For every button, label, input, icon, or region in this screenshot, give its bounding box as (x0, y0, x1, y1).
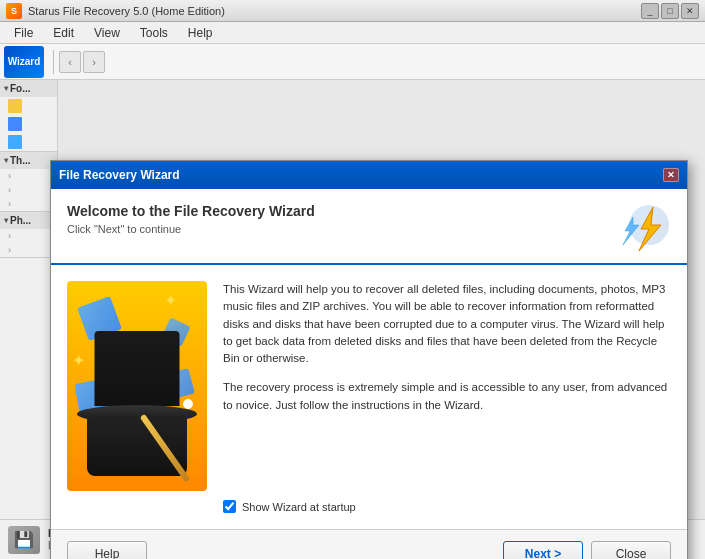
footer-right: Next > Close (503, 541, 671, 560)
menu-bar: File Edit View Tools Help (0, 22, 705, 44)
menu-help[interactable]: Help (180, 24, 221, 42)
dialog-footer: Help Next > Close (51, 529, 687, 559)
dialog-header-text: Welcome to the File Recovery Wizard Clic… (67, 203, 315, 235)
chevron-icon-2: › (8, 185, 11, 195)
show-wizard-row[interactable]: Show Wizard at startup (223, 500, 671, 513)
sidebar-item-8[interactable]: › (0, 243, 57, 257)
lightning-icon (611, 203, 671, 253)
sidebar-item-5[interactable]: › (0, 183, 57, 197)
music-icon (8, 117, 22, 131)
app-icon: S (6, 3, 22, 19)
toolbar-separator (53, 50, 54, 74)
menu-file[interactable]: File (6, 24, 41, 42)
dialog-title-controls[interactable]: ✕ (663, 168, 679, 182)
wizard-header-icon (611, 203, 671, 253)
app-title: Starus File Recovery 5.0 (Home Edition) (28, 5, 225, 17)
sidebar-this-label: Th... (10, 155, 31, 166)
main-area: ▾ Fo... ▾ Th... › › (0, 80, 705, 519)
sidebar-section-this: ▾ Th... › › › (0, 152, 57, 212)
sidebar-item-2[interactable] (0, 115, 57, 133)
sidebar-item-3[interactable] (0, 133, 57, 151)
disk-icon: 💾 (8, 526, 40, 554)
sidebar-header-this[interactable]: ▾ Th... (0, 152, 57, 169)
folder-icon (8, 99, 22, 113)
sidebar-folder-label: Fo... (10, 83, 31, 94)
minimize-button[interactable]: _ (641, 3, 659, 19)
dialog-body: ✦ ✦ This Wizard will help you to recover… (51, 265, 687, 529)
doc-icon (8, 135, 22, 149)
help-button[interactable]: Help (67, 541, 147, 560)
collapse-icon-3: ▾ (4, 216, 8, 225)
chevron-icon: › (8, 171, 11, 181)
wizard-dialog: File Recovery Wizard ✕ Welcome to the Fi… (50, 160, 688, 559)
dialog-paragraph-2: The recovery process is extremely simple… (223, 379, 671, 414)
chevron-icon-3: › (8, 199, 11, 209)
toolbar: Wizard ‹ › (0, 44, 705, 80)
menu-view[interactable]: View (86, 24, 128, 42)
dialog-subtitle: Click "Next" to continue (67, 223, 315, 235)
footer-left: Help (67, 541, 147, 560)
back-button[interactable]: ‹ (59, 51, 81, 73)
collapse-icon-2: ▾ (4, 156, 8, 165)
sidebar-header-ph[interactable]: ▾ Ph... (0, 212, 57, 229)
sidebar-item-7[interactable]: › (0, 229, 57, 243)
menu-edit[interactable]: Edit (45, 24, 82, 42)
dialog-close-icon[interactable]: ✕ (663, 168, 679, 182)
sidebar-header-folders[interactable]: ▾ Fo... (0, 80, 57, 97)
dialog-heading: Welcome to the File Recovery Wizard (67, 203, 315, 219)
dialog-title-bar: File Recovery Wizard ✕ (51, 161, 687, 189)
wizard-toolbar-label: Wizard (8, 56, 41, 67)
sparkle-2: ✦ (72, 351, 85, 370)
title-bar-buttons[interactable]: _ □ ✕ (641, 3, 699, 19)
dialog-text-area: This Wizard will help you to recover all… (223, 281, 671, 513)
forward-button[interactable]: › (83, 51, 105, 73)
dialog-paragraph-1: This Wizard will help you to recover all… (223, 281, 671, 367)
collapse-icon: ▾ (4, 84, 8, 93)
sidebar-section-ph: ▾ Ph... › › (0, 212, 57, 258)
show-wizard-checkbox[interactable] (223, 500, 236, 513)
chevron-icon-5: › (8, 245, 11, 255)
sidebar-item-6[interactable]: › (0, 197, 57, 211)
sidebar-item-4[interactable]: › (0, 169, 57, 183)
hat-base (87, 416, 187, 476)
sidebar-ph-label: Ph... (10, 215, 31, 226)
sidebar-section-folders: ▾ Fo... (0, 80, 57, 152)
dialog-title: File Recovery Wizard (59, 168, 180, 182)
menu-tools[interactable]: Tools (132, 24, 176, 42)
dialog-close-button[interactable]: Close (591, 541, 671, 560)
wizard-toolbar-button[interactable]: Wizard (4, 46, 44, 78)
wizard-image: ✦ ✦ (67, 281, 207, 491)
title-bar-left: S Starus File Recovery 5.0 (Home Edition… (6, 3, 225, 19)
close-button[interactable]: ✕ (681, 3, 699, 19)
maximize-button[interactable]: □ (661, 3, 679, 19)
hat-top (95, 331, 180, 406)
title-bar: S Starus File Recovery 5.0 (Home Edition… (0, 0, 705, 22)
next-button[interactable]: Next > (503, 541, 583, 560)
show-wizard-label[interactable]: Show Wizard at startup (242, 501, 356, 513)
chevron-icon-4: › (8, 231, 11, 241)
dialog-header: Welcome to the File Recovery Wizard Clic… (51, 189, 687, 265)
sidebar-item-1[interactable] (0, 97, 57, 115)
sparkle-1: ✦ (164, 291, 177, 310)
